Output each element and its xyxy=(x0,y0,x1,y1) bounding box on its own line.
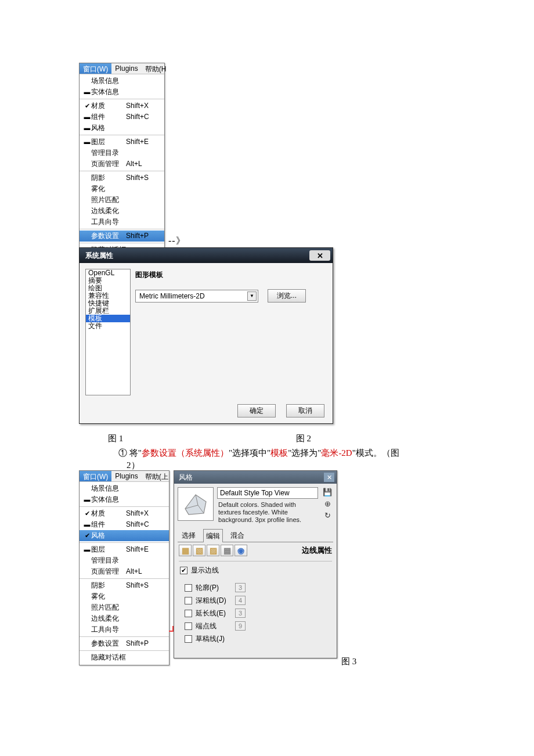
menu2-soften[interactable]: 边线柔化 xyxy=(80,613,169,624)
menu-photomatch[interactable]: 照片匹配 xyxy=(80,195,164,206)
menu2-scene-info[interactable]: 场景信息 xyxy=(80,483,169,494)
dialog-titlebar[interactable]: 系统属性 ✕ xyxy=(80,248,333,263)
tab-window[interactable]: 窗口(W) xyxy=(80,63,111,74)
chevron-down-icon[interactable]: ▼ xyxy=(247,291,257,301)
sketchy-label: 草稿线(J) xyxy=(196,633,225,644)
tab-plugins[interactable]: Plugins xyxy=(111,63,141,74)
face-mode-icon[interactable]: ▧ xyxy=(193,545,205,556)
tab2-help[interactable]: 帮助(上 xyxy=(142,471,172,481)
ext-value[interactable]: 3 xyxy=(235,609,246,618)
ext-check[interactable]: 延长线(E) 3 xyxy=(174,607,337,620)
menu2-preferences[interactable]: 参数设置Shift+P xyxy=(80,638,169,649)
svg-marker-0 xyxy=(185,495,206,514)
sketchy-check[interactable]: 草稿线(J) xyxy=(174,632,337,645)
endpt-label: 端点线 xyxy=(196,621,230,631)
styles-tab-mix[interactable]: 混合 xyxy=(228,528,247,542)
menu-component[interactable]: ▬组件Shift+C xyxy=(80,111,164,123)
menu2-shadow[interactable]: 阴影Shift+S xyxy=(80,580,169,591)
menu2-layer[interactable]: ▬图层Shift+E xyxy=(80,544,169,555)
menu-instructor[interactable]: 工具向导 xyxy=(80,217,164,228)
modeling-mode-icon[interactable]: ◉ xyxy=(234,545,247,556)
menu2-entity-info[interactable]: ▬实体信息 xyxy=(80,494,169,505)
styles-titlebar[interactable]: 风格 ✕ xyxy=(174,471,337,484)
menu-scene-info[interactable]: 场景信息 xyxy=(80,75,164,87)
endpt-check[interactable]: 端点线 9 xyxy=(174,620,337,632)
menu2-style[interactable]: ✔风格 xyxy=(80,530,169,541)
menu-pages[interactable]: 页面管理Alt+L xyxy=(80,159,164,170)
refresh-icon[interactable]: ↻ xyxy=(323,510,332,520)
dialog-title-text: 系统属性 xyxy=(85,251,113,261)
menu2-material[interactable]: ✔材质Shift+X xyxy=(80,508,169,519)
fig1-caption: 图 1 xyxy=(108,433,123,444)
menu2-instructor[interactable]: 工具向导 xyxy=(80,624,169,635)
checkbox-icon[interactable] xyxy=(185,610,192,617)
style-desc: Default colors. Shaded with textures fac… xyxy=(217,500,318,525)
menu-tab-bar: 窗口(W) Plugins 帮助(H xyxy=(80,63,164,74)
red1: 参数设置（系统属性） xyxy=(142,448,229,458)
style-thumbnail xyxy=(178,487,214,521)
menu-fog[interactable]: 雾化 xyxy=(80,183,164,195)
arrow-text: --》 xyxy=(168,235,186,247)
depth-value[interactable]: 4 xyxy=(235,596,246,605)
styles-tab-select[interactable]: 选择 xyxy=(179,528,199,542)
menu2-tab-bar: 窗口(W) Plugins 帮助(上 xyxy=(80,471,169,482)
instruction-line: ① 将"参数设置（系统属性）"选择项中"模板"选择为"毫米-2D"模式。（图 xyxy=(118,446,455,460)
pane-title: 图形模板 xyxy=(135,270,327,280)
ok-button[interactable]: 确定 xyxy=(237,404,276,417)
add-style-icon[interactable]: ⊕ xyxy=(323,499,332,508)
menu2-pages[interactable]: 页面管理Alt+L xyxy=(80,566,169,577)
checkbox-icon[interactable] xyxy=(185,584,192,592)
show-edges-check[interactable]: ✔ 显示边线 xyxy=(174,564,337,577)
checkbox-checked-icon[interactable]: ✔ xyxy=(180,567,187,574)
cancel-button[interactable]: 取消 xyxy=(286,404,324,417)
template-combo[interactable]: Metric Millimeters-2D ▼ xyxy=(135,290,258,303)
menu2-component[interactable]: ▬组件Shift+C xyxy=(80,519,169,530)
menu2-hide-dialogs[interactable]: 隐藏对话框 xyxy=(80,652,169,663)
menu-entity-info[interactable]: ▬实体信息 xyxy=(80,87,164,98)
profile-check[interactable]: 轮廓(P) 3 xyxy=(174,581,337,594)
bg-mode-icon[interactable]: ▨ xyxy=(207,545,219,556)
watermark-mode-icon[interactable]: ▩ xyxy=(221,545,233,556)
menu-style[interactable]: ▬风格 xyxy=(80,123,164,134)
checkbox-icon[interactable] xyxy=(185,622,192,630)
styles-tab-edit[interactable]: 编辑 xyxy=(203,529,223,542)
styles-panel: 风格 ✕ Default Style Top View Default colo… xyxy=(174,470,337,658)
tab2-window[interactable]: 窗口(W) xyxy=(80,471,111,481)
menu-preferences[interactable]: 参数设置Shift+P xyxy=(80,231,164,242)
styles-title-text: 风格 xyxy=(179,473,193,483)
red-tick-mark xyxy=(169,626,174,632)
close-icon[interactable]: ✕ xyxy=(309,250,330,261)
tab2-plugins[interactable]: Plugins xyxy=(111,471,141,481)
depth-check[interactable]: 深粗线(D) 4 xyxy=(174,594,337,607)
browse-button[interactable]: 浏览... xyxy=(268,289,306,303)
tab-help[interactable]: 帮助(H xyxy=(142,63,170,74)
profile-value[interactable]: 3 xyxy=(235,583,246,592)
fig3-caption: 图 3 xyxy=(341,656,356,667)
menu-shadow[interactable]: 阴影Shift+S xyxy=(80,172,164,183)
show-edges-label: 显示边线 xyxy=(191,565,219,575)
menu2-photomatch[interactable]: 照片匹配 xyxy=(80,602,169,613)
edge-mode-icon[interactable]: ▦ xyxy=(179,545,192,556)
menu2-outline[interactable]: 管理目录 xyxy=(80,555,169,566)
category-list[interactable]: OpenGL 摘要 绘图 兼容性 快捷键 扩展栏 模板 文件 xyxy=(85,269,131,395)
menu-outline[interactable]: 管理目录 xyxy=(80,147,164,159)
window-menu-2: 窗口(W) Plugins 帮助(上 场景信息 ▬实体信息 ✔材质Shift+X… xyxy=(79,470,169,665)
depth-label: 深粗线(D) xyxy=(196,595,230,606)
endpt-value[interactable]: 9 xyxy=(235,621,246,631)
style-name-field[interactable]: Default Style Top View xyxy=(217,487,318,499)
styles-close-icon[interactable]: ✕ xyxy=(324,473,334,482)
circled-1: ① xyxy=(118,448,127,458)
menu-material[interactable]: ✔材质Shift+X xyxy=(80,100,164,111)
list-file[interactable]: 文件 xyxy=(86,322,130,330)
system-properties-dialog: 系统属性 ✕ OpenGL 摘要 绘图 兼容性 快捷键 扩展栏 模板 文件 图形… xyxy=(79,247,333,424)
checkbox-icon[interactable] xyxy=(185,597,192,604)
caption-row: 图 1 图 2 xyxy=(79,433,334,444)
menu2-fog[interactable]: 雾化 xyxy=(80,591,169,602)
ext-label: 延长线(E) xyxy=(196,608,230,618)
checkbox-icon[interactable] xyxy=(185,635,192,643)
save-style-icon[interactable]: 💾 xyxy=(323,487,332,496)
window-menu-1: 窗口(W) Plugins 帮助(H 场景信息 ▬实体信息 ✔材质Shift+X… xyxy=(79,63,165,258)
profile-label: 轮廓(P) xyxy=(196,582,230,593)
menu-layer[interactable]: ▬图层Shift+E xyxy=(80,136,164,147)
menu-soften[interactable]: 边线柔化 xyxy=(80,206,164,217)
